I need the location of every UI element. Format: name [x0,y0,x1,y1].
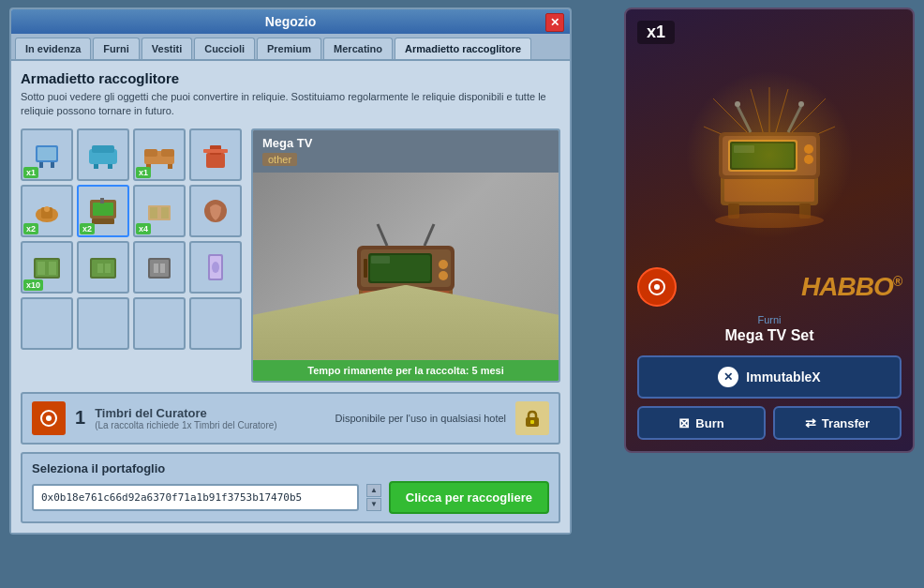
tab-premium[interactable]: Premium [257,38,321,59]
svg-rect-37 [154,264,158,273]
svg-rect-3 [37,147,56,160]
wallet-input[interactable] [32,484,359,511]
burn-button[interactable]: ⊠ Burn [637,406,766,440]
svg-point-78 [804,144,813,154]
list-item[interactable] [77,297,129,350]
tab-mercatino[interactable]: Mercatino [323,38,393,59]
list-item[interactable] [189,185,242,237]
tab-furni[interactable]: Furni [93,38,140,59]
svg-rect-38 [160,264,165,273]
stepper-up[interactable]: ▲ [366,484,381,497]
svg-line-61 [713,98,769,155]
svg-point-56 [354,319,457,330]
card-category: Furni [637,314,902,325]
svg-rect-6 [94,164,98,169]
svg-rect-9 [144,149,157,157]
svg-rect-15 [203,149,228,153]
svg-rect-12 [168,164,172,169]
list-item[interactable] [189,297,242,350]
tab-in-evidenza[interactable]: In evidenza [15,38,91,59]
preview-type-badge: other [262,153,297,166]
list-item[interactable] [77,241,129,294]
habbo-logo-text: HABBO® [801,272,902,302]
habbo-logo-circle [637,267,677,307]
svg-point-41 [212,262,219,273]
transfer-button[interactable]: ⇄ Transfer [773,406,902,440]
wallet-label: Seleziona il portafoglio [32,461,549,475]
svg-line-64 [769,89,788,155]
svg-rect-50 [371,256,390,264]
svg-rect-36 [150,260,169,277]
transfer-label: Transfer [822,416,870,430]
svg-line-65 [769,98,826,155]
main-row: x1 [21,128,560,383]
card-panel: x1 [624,8,915,453]
item-badge: x1 [136,167,151,178]
svg-rect-55 [364,259,367,278]
svg-line-80 [738,106,751,132]
tv-furniture-preview [340,201,471,332]
svg-point-79 [804,155,813,164]
svg-rect-13 [206,153,225,168]
svg-rect-25 [161,207,169,219]
list-item[interactable]: x2 [21,185,73,237]
collection-bar: 1 Timbri del Curatore (La raccolta richi… [21,392,560,445]
svg-rect-10 [161,149,174,157]
card-logos: HABBO® [637,267,902,307]
svg-line-52 [425,224,434,246]
preview-panel: Mega TV other [251,128,560,383]
svg-point-18 [44,206,50,212]
preview-header: Mega TV other [253,130,559,173]
list-item[interactable] [189,128,242,181]
tab-armadietto[interactable]: Armadietto raccoglitore [395,38,531,59]
list-item[interactable]: x10 [21,241,73,294]
list-item[interactable]: x4 [133,185,186,237]
list-item[interactable] [21,297,73,350]
svg-line-62 [751,89,769,155]
svg-rect-44 [366,311,376,324]
card-tv-image [704,80,835,230]
section-description: Sotto puoi vedere gli oggetti che puoi c… [21,90,560,119]
curator-title: Timbri del Curatore [95,406,325,420]
list-item[interactable] [133,241,186,294]
close-button[interactable]: ✕ [545,13,564,32]
svg-rect-69 [724,177,814,202]
card-image-area [637,52,902,258]
item-badge: x2 [23,223,38,234]
svg-rect-68 [721,173,818,205]
curator-info: Timbri del Curatore (La raccolta richied… [95,406,325,430]
svg-rect-2 [51,162,54,168]
list-item[interactable] [77,128,129,181]
svg-line-51 [378,224,387,246]
list-item[interactable] [133,297,186,350]
collect-button[interactable]: Clicca per raccogliere [389,481,549,514]
svg-rect-1 [39,162,43,168]
item-badge: x4 [136,223,151,234]
svg-rect-77 [734,145,754,153]
window-title: Negozio [265,14,316,29]
svg-rect-76 [732,143,794,168]
stepper-down[interactable]: ▼ [366,498,381,511]
list-item[interactable] [189,241,242,294]
burn-label: Burn [695,416,723,430]
list-item[interactable]: x1 [21,128,73,181]
tab-vestiti[interactable]: Vestiti [142,38,192,59]
list-item[interactable]: x2 [77,185,129,237]
svg-point-87 [654,284,660,290]
shop-window: Negozio ✕ In evidenza Furni Vestiti Cucc… [9,8,572,535]
tab-cuccioli[interactable]: Cuccioli [194,38,255,59]
svg-point-81 [735,101,740,107]
svg-rect-74 [728,140,797,172]
svg-line-66 [769,127,835,155]
immutablex-button[interactable]: ✕ ImmutableX [637,355,902,399]
list-item[interactable]: x1 [133,128,186,181]
svg-line-82 [788,106,801,132]
curator-count: 1 [75,407,85,429]
svg-rect-21 [93,203,113,216]
svg-rect-43 [363,289,449,309]
svg-rect-70 [728,204,739,219]
card-quantity: x1 [637,21,675,44]
svg-rect-34 [105,264,111,273]
svg-point-53 [439,260,448,269]
svg-rect-45 [436,311,445,324]
